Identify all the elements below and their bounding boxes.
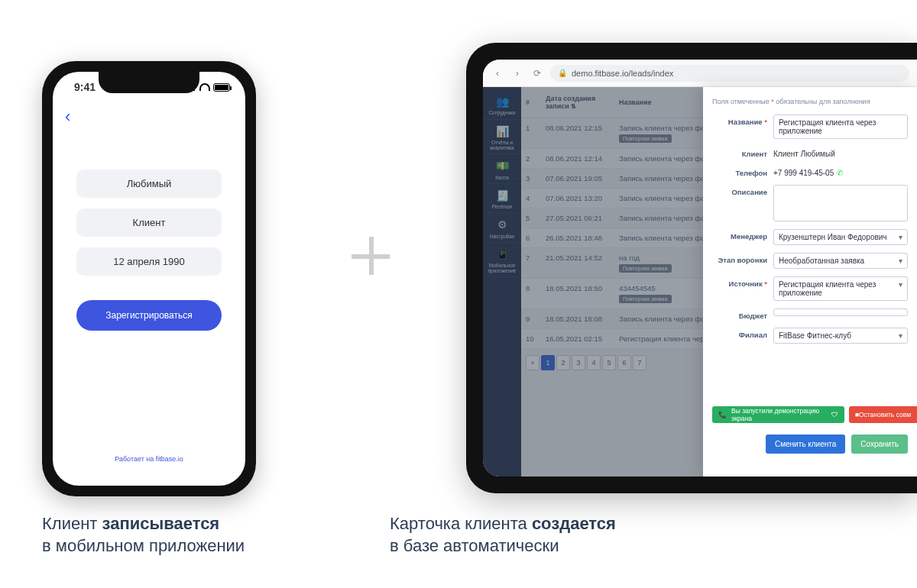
sidebar-label: Настройки <box>490 234 514 239</box>
page-6[interactable]: 6 <box>617 355 631 370</box>
cell-num: 6 <box>521 228 541 248</box>
powered-by: Работает на fitbase.io <box>53 455 245 486</box>
page-2[interactable]: 2 <box>556 355 570 370</box>
label-branch: Филиал <box>712 328 767 339</box>
cell-num: 2 <box>521 149 541 169</box>
change-client-button[interactable]: Сменить клиента <box>766 435 845 454</box>
cell-date: 26.05.2021 18:48 <box>541 228 614 248</box>
status-time: 9:41 <box>74 81 96 93</box>
screen-share-status: 📞 Вы запустили демонстрацию экрана 🛡 <box>712 406 844 423</box>
sidebar-icon: 📱 <box>484 249 520 260</box>
url-bar[interactable]: 🔒 demo.fitbase.io/leads/index <box>550 65 909 82</box>
page-5[interactable]: 5 <box>602 355 616 370</box>
lead-form-panel: Поля отмеченные * обязательны для заполн… <box>703 87 917 477</box>
cell-date: 07.06.2021 19:05 <box>541 169 614 189</box>
label-stage: Этап воронки <box>712 253 767 264</box>
page-3[interactable]: 3 <box>572 355 585 370</box>
page-7[interactable]: 7 <box>633 355 646 370</box>
value-client[interactable]: Клиент Любимый <box>773 147 908 158</box>
caption-right: Карточка клиента создается в базе автома… <box>390 512 616 557</box>
label-name: Название * <box>712 115 767 126</box>
battery-icon <box>213 83 230 92</box>
cell-date: 18.05.2021 18:08 <box>541 309 614 329</box>
sidebar-item-3[interactable]: 🧾Ресепшн <box>483 186 521 214</box>
wifi-icon <box>199 83 210 91</box>
sidebar-label: Касса <box>495 175 509 180</box>
browser-reload-button[interactable]: ⟳ <box>530 66 544 80</box>
cell-date: 16.05.2021 02:15 <box>541 329 614 349</box>
name-field[interactable]: Клиент <box>76 208 222 237</box>
sidebar-item-5[interactable]: 📱Мобильное приложение <box>483 244 521 278</box>
input-name[interactable]: Регистрация клиента через приложение <box>773 115 908 139</box>
tablet-device: ‹ › ⟳ 🔒 demo.fitbase.io/leads/index 👥Сот… <box>466 43 917 493</box>
caption-left: Клиент записывается в мобильном приложен… <box>42 512 245 557</box>
cell-num: 9 <box>521 309 541 329</box>
select-source[interactable]: Регистрация клиента через приложение <box>773 276 908 301</box>
sidebar-item-1[interactable]: 📊Отчёты и аналитика <box>483 121 521 155</box>
phone-screen: 9:41 ‹ Любимый Клиент 12 апреля 1990 Зар… <box>53 72 245 486</box>
sidebar-item-0[interactable]: 👥Сотрудники <box>483 92 521 120</box>
sidebar-label: Сотрудники <box>488 110 515 115</box>
signup-form: Любимый Клиент 12 апреля 1990 Зарегистри… <box>53 131 245 455</box>
col-num[interactable]: # <box>521 87 541 118</box>
register-button[interactable]: Зарегистрироваться <box>76 300 222 331</box>
sidebar-icon: 📊 <box>484 126 520 137</box>
sidebar-item-2[interactable]: 💵Касса <box>483 156 521 184</box>
sidebar-label: Отчёты и аналитика <box>490 140 514 150</box>
select-manager[interactable]: Крузенштерн Иван Федорович <box>773 229 908 245</box>
browser-back-button[interactable]: ‹ <box>491 66 504 80</box>
cell-date: 08.06.2021 12:15 <box>541 118 614 149</box>
form-actions: Сменить клиента Сохранить <box>766 435 908 454</box>
select-branch[interactable]: FitBase Фитнес-клуб <box>773 328 908 344</box>
nav-bar: ‹ <box>53 102 245 131</box>
cell-num: 1 <box>521 118 541 149</box>
cell-date: 21.05.2021 14:52 <box>541 248 614 279</box>
cell-num: 7 <box>521 248 541 279</box>
cell-num: 10 <box>521 329 541 349</box>
label-source: Источник * <box>712 276 767 288</box>
select-stage[interactable]: Необработанная заявка <box>773 253 908 269</box>
phone-notch <box>99 72 199 93</box>
page-1[interactable]: 1 <box>541 355 555 370</box>
lock-icon: 🔒 <box>558 69 567 77</box>
sidebar-icon: 🧾 <box>484 190 520 202</box>
dob-field[interactable]: 12 апреля 1990 <box>76 247 222 276</box>
sidebar-icon: 👥 <box>484 96 520 108</box>
shield-icon: 🛡 <box>831 411 838 418</box>
input-desc[interactable] <box>773 185 908 221</box>
input-budget[interactable] <box>773 309 908 316</box>
phone-device: 9:41 ‹ Любимый Клиент 12 апреля 1990 Зар… <box>42 61 256 496</box>
label-client: Клиент <box>712 147 767 158</box>
sidebar-item-4[interactable]: ⚙Настройки <box>483 215 521 243</box>
whatsapp-icon[interactable]: ✆ <box>837 169 843 177</box>
repeat-badge: Повторная заявка <box>619 264 672 273</box>
label-phone: Телефон <box>712 166 767 177</box>
page-«[interactable]: « <box>526 355 540 370</box>
sort-icon: ⇅ <box>571 103 576 110</box>
page-4[interactable]: 4 <box>587 355 601 370</box>
cell-date: 08.06.2021 12:14 <box>541 149 614 169</box>
cell-date: 07.06.2021 13:20 <box>541 189 614 208</box>
value-phone: +7 999 419-45-05✆ <box>773 166 908 177</box>
surname-field[interactable]: Любимый <box>76 170 222 198</box>
sidebar-icon: ⚙ <box>484 219 520 231</box>
cell-date: 27.05.2021 06:21 <box>541 208 614 228</box>
cell-date: 18.05.2021 18:50 <box>541 279 614 309</box>
required-note: Поля отмеченные * обязательны для заполн… <box>712 98 908 105</box>
stop-share-button[interactable]: ■ Остановить совм <box>849 406 917 423</box>
sidebar-label: Ресепшн <box>492 204 513 209</box>
cell-num: 4 <box>521 189 541 208</box>
url-text: demo.fitbase.io/leads/index <box>572 69 673 78</box>
back-button[interactable]: ‹ <box>65 107 70 126</box>
repeat-badge: Повторная заявка <box>619 295 672 303</box>
sidebar-icon: 💵 <box>484 160 520 172</box>
label-budget: Бюджет <box>712 309 767 320</box>
col-date[interactable]: Дата создания записи⇅ <box>541 87 614 118</box>
cell-num: 5 <box>521 208 541 228</box>
cell-num: 8 <box>521 279 541 309</box>
phone-share-icon: 📞 <box>718 411 727 418</box>
save-button[interactable]: Сохранить <box>851 435 908 454</box>
app-area: 👥Сотрудники📊Отчёты и аналитика💵Касса🧾Рес… <box>483 87 917 477</box>
browser-forward-button[interactable]: › <box>510 66 524 80</box>
label-desc: Описание <box>712 185 767 196</box>
